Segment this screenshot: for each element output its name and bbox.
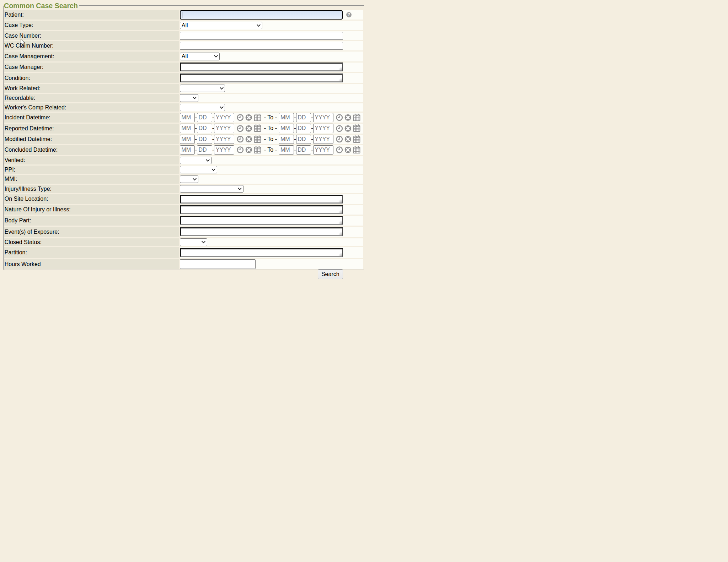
svg-text:?: ? bbox=[348, 12, 350, 17]
